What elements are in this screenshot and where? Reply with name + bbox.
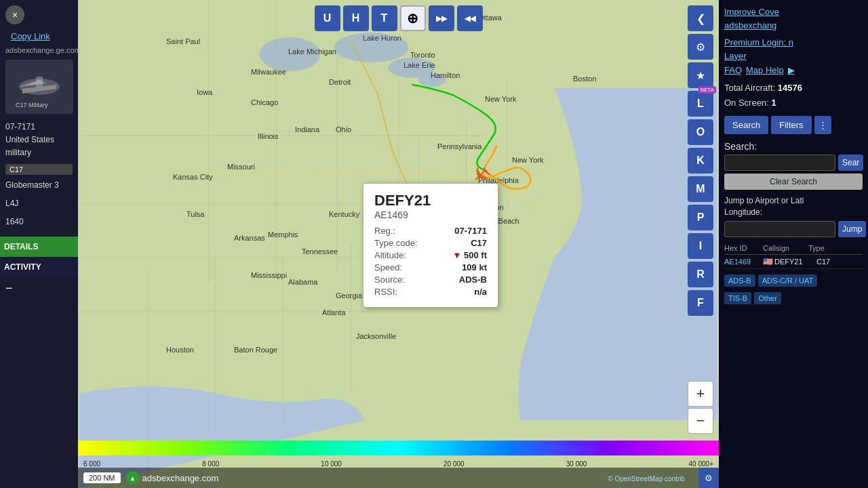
btn-arrow-left[interactable]: ◀◀ xyxy=(457,5,483,31)
type-badge: C17 xyxy=(5,164,73,175)
search-row: Sear xyxy=(724,155,863,171)
onscreen-label: On Screen: xyxy=(724,98,769,108)
badge-adsb[interactable]: ADS-B xyxy=(724,274,755,287)
zoom-controls: + − xyxy=(688,381,713,434)
cb-label-5: 40 000+ xyxy=(689,460,713,468)
btn-u[interactable]: U xyxy=(315,5,340,31)
onscreen-value: 1 xyxy=(771,98,776,108)
btn-r[interactable]: R xyxy=(688,262,713,287)
minus-button[interactable]: − xyxy=(0,277,78,300)
speed-label: Speed: xyxy=(374,262,402,272)
sear-btn[interactable]: Sear xyxy=(838,155,863,171)
osm-credit: © OpenStreetMap contrib xyxy=(608,475,685,483)
watermark: ▲ adsbexchange.com xyxy=(126,471,219,485)
cb-label-3: 20 000 xyxy=(443,460,465,468)
chevron-left-btn[interactable]: ❮ xyxy=(688,5,713,31)
btn-t[interactable]: T xyxy=(372,5,397,31)
total-value: 14576 xyxy=(778,83,802,93)
adsbexchang-link[interactable]: adsbexchang xyxy=(724,19,863,33)
btn-i[interactable]: I xyxy=(688,233,713,259)
right-nav: FAQ Map Help ▶ xyxy=(724,65,863,75)
btn-l[interactable]: L xyxy=(688,91,713,117)
btn-arrow-right[interactable]: ▶▶ xyxy=(429,5,454,31)
activity-button[interactable]: ACTIVITY xyxy=(0,257,78,277)
left-url: adsbexchange.ge.com xyxy=(0,45,78,56)
jump-btn[interactable]: Jump xyxy=(838,221,866,237)
type-value: C17 xyxy=(471,238,487,248)
reg-label: Reg.: xyxy=(374,226,395,236)
popup-callsign: DEFY21 xyxy=(374,192,487,209)
nm-box: 200 NM xyxy=(83,472,121,483)
source-badges: ADS-B ADS-C/R / UAT xyxy=(724,274,863,287)
extra-link[interactable]: ▶ xyxy=(788,65,795,75)
svg-point-7 xyxy=(260,37,321,71)
left-info: 07-7171 United States military xyxy=(0,118,78,163)
category: military xyxy=(5,146,73,159)
star-btn[interactable]: ★ xyxy=(688,62,713,88)
columns-btn[interactable]: ⋮ xyxy=(814,116,831,134)
faq-link[interactable]: FAQ xyxy=(724,65,742,75)
table-row[interactable]: AE1469 🇺🇸 DEFY21 C17 xyxy=(724,255,863,269)
aircraft-thumbnail: C17 Military xyxy=(5,60,73,114)
filters-btn[interactable]: Filters xyxy=(771,116,811,134)
layer-link[interactable]: Layer xyxy=(724,49,863,63)
svg-text:C17 Military: C17 Military xyxy=(16,102,48,108)
cb-label-1: 8 000 xyxy=(202,460,219,468)
reg-number: 07-7171 xyxy=(5,121,73,134)
search-input[interactable] xyxy=(724,155,835,171)
watermark-logo: ▲ xyxy=(126,471,140,485)
svg-point-8 xyxy=(334,33,409,62)
row-callsign: DEFY21 xyxy=(774,258,815,266)
zoom-out-btn[interactable]: − xyxy=(688,408,713,434)
map-help-link[interactable]: Map Help xyxy=(746,65,784,75)
btn-m[interactable]: M xyxy=(688,176,713,202)
copy-link[interactable]: Copy Link xyxy=(5,28,56,44)
reg-value: 07-7171 xyxy=(454,226,487,236)
close-button[interactable]: × xyxy=(5,5,24,24)
left-panel: × Copy Link adsbexchange.ge.com C17 Mili… xyxy=(0,0,78,488)
badge-tisb[interactable]: TIS-B xyxy=(724,292,751,304)
color-bar-labels: 6 000 8 000 10 000 20 000 30 000 40 000+ xyxy=(78,460,719,468)
row-hex: AE1469 xyxy=(724,258,762,266)
alt-arrow: ▼ xyxy=(453,250,462,260)
type-label: Type code: xyxy=(374,238,418,248)
clear-search-btn[interactable]: Clear Search xyxy=(724,174,863,190)
map-bottom-bar: 200 NM ▲ adsbexchange.com © OpenStreetMa… xyxy=(78,468,719,488)
details-button[interactable]: DETAILS xyxy=(0,237,78,257)
squawk-label: L4J xyxy=(0,195,78,213)
row-flag: 🇺🇸 xyxy=(763,257,773,266)
jump-input[interactable] xyxy=(724,221,835,237)
search-label: Search: xyxy=(724,141,863,152)
cb-label-4: 30 000 xyxy=(566,460,587,468)
map-bottom-right-btn[interactable]: ⚙ xyxy=(698,468,719,488)
popup-hex: AE1469 xyxy=(374,209,487,220)
left-buttons: DETAILS ACTIVITY xyxy=(0,237,78,277)
btn-h[interactable]: H xyxy=(343,5,369,31)
source-badges-2: TIS-B Other xyxy=(724,292,863,304)
zoom-in-btn[interactable]: + xyxy=(688,381,713,407)
improve-cov-link[interactable]: Improve Cove xyxy=(724,5,863,19)
btn-f[interactable]: F xyxy=(688,290,713,316)
btn-p[interactable]: P xyxy=(688,205,713,230)
aircraft-name: Globemaster 3 xyxy=(0,176,78,195)
btn-o[interactable]: O xyxy=(688,119,713,145)
col-hex-id: Hex ID xyxy=(724,244,762,252)
altitude-left: 1640 xyxy=(0,213,78,231)
premium-login-link[interactable]: Premium Login: n xyxy=(724,37,793,47)
badge-adsc[interactable]: ADS-C/R / UAT xyxy=(758,274,818,287)
right-panel: Improve Cove adsbexchang Premium Login: … xyxy=(719,0,868,488)
btn-k[interactable]: K xyxy=(688,148,713,174)
aircraft-table-header: Hex ID Callsign Type xyxy=(724,244,863,255)
badge-other[interactable]: Other xyxy=(754,292,781,304)
total-label: Total Aircraft: xyxy=(724,83,775,93)
color-bar xyxy=(78,441,719,455)
settings-btn[interactable]: ⚙ xyxy=(688,34,713,60)
jump-label: Jump to Airport or Lati Longitude: xyxy=(724,195,863,218)
btn-layer[interactable]: ⊕ xyxy=(400,5,426,31)
rssi-label: RSSI: xyxy=(374,287,397,297)
col-type: Type xyxy=(808,244,832,252)
map-right-controls: ❮ ⚙ ★ BETA L O K M P I R F xyxy=(688,5,713,316)
map-area[interactable]: OttawaSaint PaulMilwaukeeChicagoDetroitT… xyxy=(78,0,719,488)
map-top-controls: U H T ⊕ ▶▶ ◀◀ xyxy=(315,5,483,31)
search-tab-btn[interactable]: Search xyxy=(724,116,768,134)
